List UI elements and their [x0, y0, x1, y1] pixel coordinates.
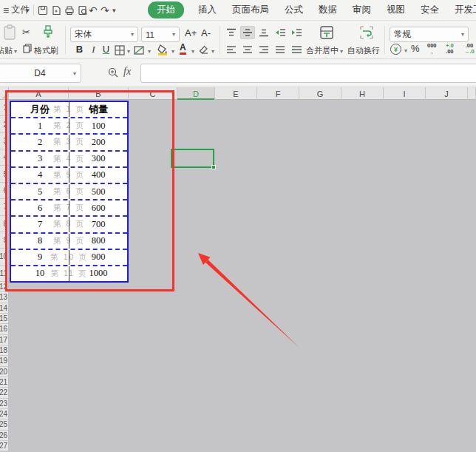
currency-button[interactable]: ¥ — [390, 44, 401, 55]
table-cell-month[interactable]: 3 — [11, 152, 69, 166]
table-cell-sales[interactable]: 500 — [69, 184, 127, 199]
table-cell-month[interactable]: 5 — [11, 184, 69, 199]
decrease-decimal-button[interactable]: .00→.0 — [464, 43, 475, 55]
table-cell-month[interactable]: 4 — [11, 168, 69, 183]
row-header[interactable]: 24 — [0, 409, 8, 419]
clear-format-dropdown[interactable]: ▾ — [211, 48, 214, 55]
menu-tab[interactable]: 插入 — [197, 1, 218, 18]
row-header[interactable]: 16 — [0, 324, 8, 334]
menu-tab[interactable]: 安全 — [419, 1, 441, 18]
fx-label[interactable]: fx — [123, 66, 131, 78]
row-header[interactable]: 19 — [0, 356, 8, 366]
table-cell-month[interactable]: 9 — [11, 250, 69, 265]
customize-toolbar-icon[interactable]: ▾ — [112, 0, 116, 20]
zoom-formula-button[interactable] — [107, 67, 119, 81]
app-menu-icon[interactable]: ≡ — [3, 0, 9, 20]
row-header[interactable]: 22 — [0, 388, 8, 398]
row-header[interactable]: 4 — [0, 149, 8, 166]
name-box[interactable]: D4▾ — [0, 64, 81, 83]
number-format-select[interactable]: 常规▾ — [390, 27, 469, 42]
redo-button[interactable]: ↷ — [101, 0, 109, 20]
table-cell-month[interactable]: 1 — [11, 118, 69, 133]
menu-tab[interactable]: 视图 — [385, 1, 407, 18]
table-cell-month[interactable]: 8 — [11, 234, 69, 249]
row-header[interactable]: 9 — [0, 232, 8, 249]
column-header[interactable]: E — [215, 87, 257, 100]
shading-dropdown[interactable]: ▾ — [148, 48, 151, 55]
row-header[interactable]: 18 — [0, 345, 8, 356]
borders-button[interactable] — [115, 45, 125, 58]
menu-tab[interactable]: 公式 — [283, 1, 305, 18]
thousands-button[interactable]: 000, — [427, 43, 437, 55]
fill-color-dropdown[interactable]: ▾ — [171, 48, 174, 55]
table-cell-month[interactable]: 6 — [11, 200, 69, 215]
column-header[interactable]: J — [426, 87, 468, 100]
row-header[interactable]: 17 — [0, 335, 8, 345]
decrease-indent-button[interactable] — [273, 26, 288, 39]
align-bottom-button[interactable] — [256, 26, 271, 39]
table-cell-month[interactable]: 7 — [11, 217, 69, 232]
table-cell-month[interactable]: 月份 — [11, 102, 69, 117]
menu-tab[interactable]: 数据 — [317, 1, 339, 18]
table-cell-sales[interactable]: 200 — [69, 135, 127, 149]
cut-button[interactable]: ✂ — [22, 27, 30, 38]
table-cell-sales[interactable]: 400 — [69, 168, 127, 183]
table-cell-sales[interactable]: 100 — [69, 118, 127, 133]
row-header[interactable]: 26 — [0, 431, 8, 441]
menu-tab[interactable]: 页面布局 — [231, 1, 271, 18]
select-all-corner[interactable] — [0, 87, 9, 100]
align-top-button[interactable] — [224, 26, 239, 39]
print-button[interactable] — [64, 0, 75, 20]
row-header[interactable]: 6 — [0, 183, 8, 199]
table-cell-sales[interactable]: 800 — [69, 234, 127, 249]
font-color-button[interactable]: A — [180, 43, 186, 55]
menu-tab[interactable]: 审阅 — [351, 1, 373, 18]
wrap-text-label[interactable]: 自动换行 — [347, 45, 380, 56]
paste-button[interactable] — [3, 24, 18, 43]
borders-dropdown[interactable]: ▾ — [127, 48, 130, 55]
column-header[interactable]: D — [177, 87, 215, 100]
shading-button[interactable] — [134, 45, 145, 58]
table-cell-sales[interactable]: 600 — [69, 200, 127, 215]
row-header[interactable]: 13 — [0, 292, 8, 303]
row-header[interactable]: 23 — [0, 399, 8, 409]
fill-color-button[interactable] — [157, 44, 169, 58]
font-size-select[interactable]: 11▾ — [141, 27, 180, 42]
column-header[interactable]: I — [384, 87, 426, 100]
font-color-dropdown[interactable]: ▾ — [191, 48, 194, 55]
column-header[interactable] — [468, 87, 476, 100]
format-painter-label[interactable]: 格式刷 — [34, 45, 58, 56]
table-cell-month[interactable]: 2 — [11, 135, 69, 149]
underline-button[interactable]: U — [101, 44, 112, 55]
formula-input[interactable] — [140, 64, 476, 83]
font-name-select[interactable]: 宋体▾ — [70, 27, 138, 42]
distribute-button[interactable] — [289, 43, 304, 56]
row-header[interactable]: 10 — [0, 249, 8, 265]
table-cell-sales[interactable]: 300 — [69, 152, 127, 166]
shrink-font-button[interactable]: A- — [201, 27, 211, 38]
save-button[interactable] — [37, 0, 49, 20]
column-header[interactable]: F — [257, 87, 299, 100]
row-header[interactable]: 25 — [0, 419, 8, 430]
align-left-button[interactable] — [224, 43, 239, 56]
clear-format-button[interactable] — [199, 45, 209, 57]
export-button[interactable] — [50, 0, 62, 20]
copy-button[interactable] — [23, 44, 32, 55]
percent-button[interactable]: % — [411, 43, 420, 54]
row-header[interactable]: 3 — [0, 133, 8, 149]
menu-tab[interactable]: 开始 — [148, 1, 184, 18]
currency-dropdown[interactable]: ▾ — [404, 47, 407, 54]
merge-center-label[interactable]: 合并居中▾ — [306, 45, 343, 56]
column-header[interactable]: G — [299, 87, 341, 100]
row-header[interactable]: 5 — [0, 166, 8, 182]
row-header[interactable]: 15 — [0, 314, 8, 324]
fill-handle[interactable] — [211, 165, 216, 169]
table-cell-month[interactable]: 10 — [11, 266, 69, 281]
table-cell-sales[interactable]: 700 — [69, 217, 127, 232]
justify-button[interactable] — [273, 43, 288, 56]
column-header[interactable]: B — [69, 87, 129, 100]
grow-font-button[interactable]: A+ — [185, 27, 197, 38]
menu-tab[interactable]: 开发工具 — [453, 1, 476, 18]
sheet-cells[interactable]: 第 1 页 月份 销量 第 2 页 1 100 第 3 页 2 200 第 4 … — [9, 100, 476, 452]
row-header[interactable]: 7 — [0, 199, 8, 215]
